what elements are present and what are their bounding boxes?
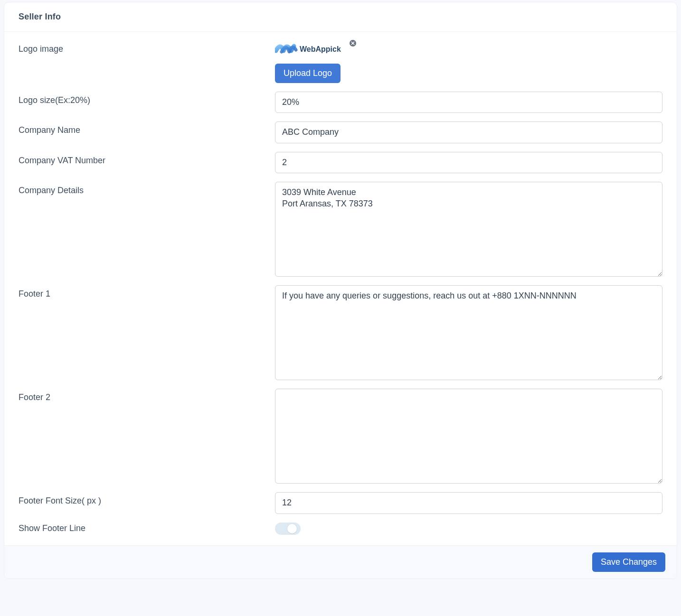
label-footer-font-size: Footer Font Size( px ) — [19, 492, 265, 506]
row-footer-1: Footer 1 — [19, 285, 662, 380]
logo-size-input[interactable] — [275, 92, 662, 113]
remove-logo-icon[interactable] — [349, 39, 357, 47]
row-company-name: Company Name — [19, 121, 662, 143]
row-footer-font-size: Footer Font Size( px ) — [19, 492, 662, 513]
company-vat-input[interactable] — [275, 152, 662, 173]
logo-image: WebAppick — [275, 42, 347, 56]
logo-preview: WebAppick — [275, 40, 347, 64]
show-footer-line-toggle[interactable] — [275, 523, 301, 535]
logo-image-box: WebAppick — [275, 42, 347, 56]
card-body: Logo image — [4, 32, 677, 545]
seller-info-card: Seller Info Logo image — [4, 2, 677, 579]
card-header: Seller Info — [4, 2, 677, 32]
label-company-details: Company Details — [19, 182, 265, 196]
row-company-vat: Company VAT Number — [19, 152, 662, 173]
company-details-textarea[interactable] — [275, 182, 662, 277]
logo-text: WebAppick — [300, 45, 341, 53]
row-logo-size: Logo size(Ex:20%) — [19, 92, 662, 113]
footer1-textarea[interactable] — [275, 285, 662, 380]
row-logo-image: Logo image — [19, 40, 662, 83]
footer-font-size-input[interactable] — [275, 492, 662, 513]
section-title: Seller Info — [19, 12, 662, 22]
card-footer: Save Changes — [4, 545, 677, 579]
label-company-name: Company Name — [19, 121, 265, 135]
label-logo-image: Logo image — [19, 40, 265, 54]
company-name-input[interactable] — [275, 121, 662, 143]
toggle-knob — [287, 524, 297, 533]
label-logo-size: Logo size(Ex:20%) — [19, 92, 265, 105]
upload-logo-button[interactable]: Upload Logo — [275, 64, 340, 83]
label-company-vat: Company VAT Number — [19, 152, 265, 166]
save-changes-button[interactable]: Save Changes — [592, 552, 665, 572]
row-company-details: Company Details — [19, 182, 662, 277]
footer2-textarea[interactable] — [275, 389, 662, 484]
label-footer-1: Footer 1 — [19, 285, 265, 299]
label-show-footer-line: Show Footer Line — [19, 523, 265, 533]
row-show-footer-line: Show Footer Line — [19, 523, 662, 535]
label-footer-2: Footer 2 — [19, 389, 265, 402]
row-footer-2: Footer 2 — [19, 389, 662, 484]
